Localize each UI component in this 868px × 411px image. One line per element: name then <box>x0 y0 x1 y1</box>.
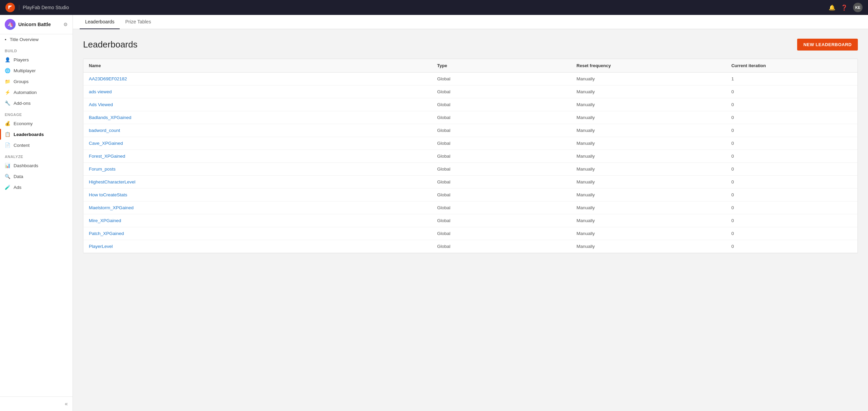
leaderboard-name-cell[interactable]: PlayerLevel <box>83 240 432 253</box>
leaderboard-type-cell: Global <box>432 85 571 98</box>
sidebar-item-groups[interactable]: 📁 Groups <box>0 76 73 87</box>
content-area: Leaderboards Prize Tables Leaderboards N… <box>73 15 868 411</box>
sidebar-item-title-overview[interactable]: ▪ Title Overview <box>0 34 73 45</box>
leaderboard-name-cell[interactable]: Mire_XPGained <box>83 214 432 227</box>
table-header: Name Type Reset frequency Current iterat… <box>83 59 857 73</box>
sidebar-label-dashboards: Dashboards <box>14 163 38 168</box>
topbar-title: PlayFab Demo Studio <box>19 5 69 10</box>
leaderboard-name-cell[interactable]: ads viewed <box>83 85 432 98</box>
leaderboard-type-cell: Global <box>432 124 571 137</box>
leaderboard-name-cell[interactable]: Forum_posts <box>83 163 432 176</box>
title-overview-label: Title Overview <box>10 37 39 42</box>
groups-icon: 📁 <box>5 79 10 84</box>
players-icon: 👤 <box>5 57 10 62</box>
sidebar-collapse-button[interactable]: « <box>0 396 73 411</box>
leaderboard-type-cell: Global <box>432 214 571 227</box>
leaderboard-name-cell[interactable]: Maelstorm_XPGained <box>83 201 432 214</box>
leaderboard-type-cell: Global <box>432 163 571 176</box>
automation-icon: ⚡ <box>5 90 10 95</box>
leaderboard-type-cell: Global <box>432 73 571 85</box>
user-avatar[interactable]: KE <box>853 3 863 12</box>
sidebar-label-ads: Ads <box>14 185 21 190</box>
sidebar-item-economy[interactable]: 💰 Economy <box>0 118 73 129</box>
leaderboard-name-cell[interactable]: Patch_XPGained <box>83 227 432 240</box>
multiplayer-icon: 🌐 <box>5 68 10 73</box>
table-row: Maelstorm_XPGainedGlobalManually0 <box>83 201 857 214</box>
leaderboard-reset-cell: Manually <box>571 163 726 176</box>
sidebar-item-addons[interactable]: 🔧 Add-ons <box>0 98 73 109</box>
section-build-label: BUILD <box>0 45 73 54</box>
leaderboard-reset-cell: Manually <box>571 85 726 98</box>
content-icon: 📄 <box>5 142 10 148</box>
sidebar-item-automation[interactable]: ⚡ Automation <box>0 87 73 98</box>
topbar-logo <box>5 3 15 12</box>
table-row: HighestCharacterLevelGlobalManually0 <box>83 176 857 189</box>
new-leaderboard-button[interactable]: NEW LEADERBOARD <box>797 39 858 51</box>
sidebar-item-leaderboards[interactable]: 📋 Leaderboards <box>0 129 73 140</box>
game-icon: 🦄 <box>5 19 16 30</box>
help-icon[interactable]: ❓ <box>841 4 848 11</box>
leaderboard-iteration-cell: 0 <box>726 150 857 163</box>
page-content: Leaderboards NEW LEADERBOARD Name Type R… <box>73 29 868 411</box>
leaderboard-iteration-cell: 0 <box>726 85 857 98</box>
leaderboard-reset-cell: Manually <box>571 214 726 227</box>
sidebar-item-content[interactable]: 📄 Content <box>0 140 73 151</box>
table-row: Badlands_XPGainedGlobalManually0 <box>83 111 857 124</box>
tab-prize-tables[interactable]: Prize Tables <box>120 15 156 29</box>
leaderboard-reset-cell: Manually <box>571 111 726 124</box>
leaderboard-name-cell[interactable]: badword_count <box>83 124 432 137</box>
collapse-icon: « <box>65 401 68 407</box>
notification-icon[interactable]: 🔔 <box>829 4 835 11</box>
leaderboard-iteration-cell: 0 <box>726 163 857 176</box>
data-icon: 🔍 <box>5 174 10 179</box>
leaderboard-type-cell: Global <box>432 240 571 253</box>
leaderboard-type-cell: Global <box>432 227 571 240</box>
table-row: Forest_XPGainedGlobalManually0 <box>83 150 857 163</box>
table-row: Patch_XPGainedGlobalManually0 <box>83 227 857 240</box>
leaderboard-name-cell[interactable]: Badlands_XPGained <box>83 111 432 124</box>
leaderboard-name-cell[interactable]: AA23D69EF02182 <box>83 73 432 85</box>
tab-leaderboards[interactable]: Leaderboards <box>80 15 120 29</box>
leaderboard-type-cell: Global <box>432 98 571 111</box>
sidebar-item-ads[interactable]: 🧪 Ads <box>0 182 73 193</box>
col-header-name: Name <box>83 59 432 73</box>
sidebar-item-multiplayer[interactable]: 🌐 Multiplayer <box>0 65 73 76</box>
page-title: Leaderboards <box>83 39 797 50</box>
sidebar-label-data: Data <box>14 174 23 179</box>
table-row: Mire_XPGainedGlobalManually0 <box>83 214 857 227</box>
table-row: Ads ViewedGlobalManually0 <box>83 98 857 111</box>
leaderboard-iteration-cell: 0 <box>726 227 857 240</box>
sidebar-label-multiplayer: Multiplayer <box>14 68 36 73</box>
leaderboard-name-cell[interactable]: Cave_XPGained <box>83 137 432 150</box>
leaderboards-icon: 📋 <box>5 132 10 137</box>
bar-chart-icon: ▪ <box>5 37 6 42</box>
sidebar-label-content: Content <box>14 143 29 148</box>
table-row: Forum_postsGlobalManually0 <box>83 163 857 176</box>
game-name: Unicorn Battle <box>18 22 61 27</box>
leaderboard-name-cell[interactable]: How toCreateStats <box>83 189 432 201</box>
leaderboard-name-cell[interactable]: Ads Viewed <box>83 98 432 111</box>
leaderboard-type-cell: Global <box>432 189 571 201</box>
table-row: ads viewedGlobalManually0 <box>83 85 857 98</box>
sidebar-item-dashboards[interactable]: 📊 Dashboards <box>0 160 73 171</box>
sidebar-game-header: 🦄 Unicorn Battle ⚙ <box>0 15 73 34</box>
leaderboard-reset-cell: Manually <box>571 201 726 214</box>
leaderboard-name-cell[interactable]: HighestCharacterLevel <box>83 176 432 189</box>
leaderboard-iteration-cell: 0 <box>726 124 857 137</box>
leaderboard-iteration-cell: 0 <box>726 176 857 189</box>
sidebar-label-automation: Automation <box>14 90 37 95</box>
game-settings-icon[interactable]: ⚙ <box>63 22 68 27</box>
leaderboards-table-container: Name Type Reset frequency Current iterat… <box>83 59 858 253</box>
leaderboard-name-cell[interactable]: Forest_XPGained <box>83 150 432 163</box>
sidebar-label-groups: Groups <box>14 79 28 84</box>
leaderboard-iteration-cell: 0 <box>726 201 857 214</box>
leaderboard-iteration-cell: 1 <box>726 73 857 85</box>
col-header-type: Type <box>432 59 571 73</box>
sidebar-item-data[interactable]: 🔍 Data <box>0 171 73 182</box>
leaderboard-type-cell: Global <box>432 176 571 189</box>
page-header: Leaderboards NEW LEADERBOARD <box>83 39 858 51</box>
ads-icon: 🧪 <box>5 184 10 190</box>
leaderboard-reset-cell: Manually <box>571 227 726 240</box>
sidebar-item-players[interactable]: 👤 Players <box>0 54 73 65</box>
sidebar-label-players: Players <box>14 57 29 62</box>
